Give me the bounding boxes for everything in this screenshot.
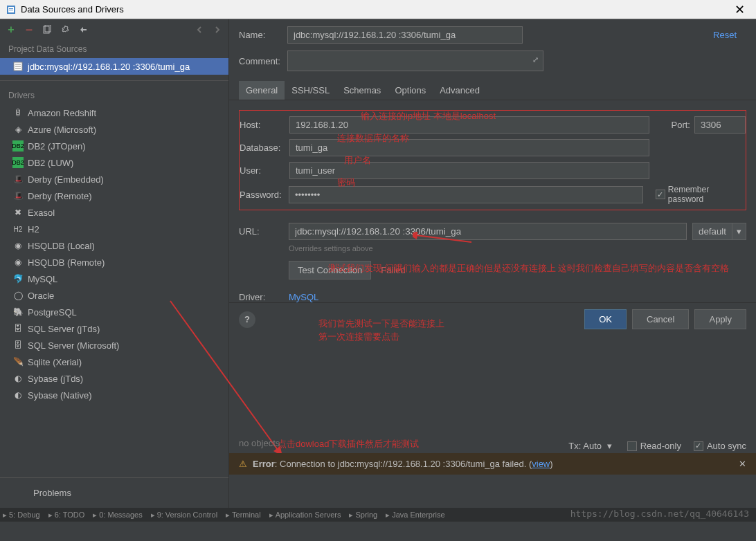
driver-link[interactable]: MySQL: [289, 292, 318, 302]
remove-icon[interactable]: −: [24, 24, 35, 35]
readonly-checkbox[interactable]: Read-only: [627, 441, 681, 451]
db-icon: ◐: [12, 373, 24, 384]
no-objects-label: no objects: [239, 438, 280, 448]
driver-item[interactable]: 🗄SQL Server (Microsoft): [0, 337, 228, 354]
statusbar-item[interactable]: ▸ Terminal: [226, 511, 261, 520]
port-input[interactable]: [694, 116, 746, 134]
tx-label: Tx: Auto ▾: [568, 441, 614, 451]
data-source-label: jdbc:mysql://192.168.1.20 :3306/tumi_ga: [28, 62, 190, 72]
watermark: https://blog.csdn.net/qq_40646143: [570, 508, 749, 519]
ok-button[interactable]: OK: [584, 309, 627, 329]
db-icon: 🎩: [12, 190, 24, 201]
db-icon: 🛢: [12, 107, 24, 118]
driver-item[interactable]: ◉HSQLDB (Local): [0, 237, 228, 254]
tab-advanced[interactable]: Advanced: [433, 81, 487, 100]
chevron-down-icon[interactable]: ▾: [604, 441, 615, 451]
driver-item[interactable]: H2H2: [0, 221, 228, 237]
tabs: General SSH/SSL Schemas Options Advanced: [229, 81, 756, 100]
chevron-down-icon[interactable]: ▾: [732, 223, 746, 240]
checkbox-checked-icon: ✓: [694, 441, 703, 451]
tab-ssh-ssl[interactable]: SSH/SSL: [285, 81, 336, 100]
statusbar-item[interactable]: ▸ 9: Version Control: [151, 511, 217, 520]
statusbar-item[interactable]: ▸ Java Enterprise: [386, 511, 444, 520]
statusbar-item[interactable]: ▸ Application Servers: [269, 511, 341, 520]
url-mode-button[interactable]: default: [692, 223, 732, 240]
titlebar: Data Sources and Drivers ✕: [0, 0, 756, 19]
driver-item[interactable]: ◐Sybase (Native): [0, 387, 228, 403]
copy-icon[interactable]: [42, 24, 53, 35]
db-icon: ✖: [12, 207, 24, 218]
driver-item[interactable]: DB2DB2 (JTOpen): [0, 138, 228, 154]
nav-back-icon[interactable]: [194, 24, 205, 35]
close-icon[interactable]: ✕: [739, 459, 746, 469]
autosync-checkbox[interactable]: ✓Auto sync: [694, 441, 746, 451]
driver-item[interactable]: 🐘PostgreSQL: [0, 304, 228, 320]
driver-item[interactable]: ◐Sybase (jTds): [0, 370, 228, 387]
drivers-tree: 🛢Amazon Redshift ◈Azure (Microsoft) DB2D…: [0, 104, 228, 403]
driver-item[interactable]: 🪶Sqlite (Xerial): [0, 354, 228, 370]
password-input[interactable]: [289, 186, 643, 203]
help-icon[interactable]: ?: [239, 311, 255, 328]
problems-item[interactable]: Problems: [0, 477, 228, 508]
db-icon: ◈: [12, 124, 24, 135]
datasource-icon: [12, 61, 24, 72]
db-icon: DB2: [12, 157, 24, 168]
remember-password[interactable]: ✓ Remember password: [656, 185, 746, 204]
sources-tree: jdbc:mysql://192.168.1.20 :3306/tumi_ga: [0, 58, 228, 75]
name-input[interactable]: [287, 26, 523, 44]
apply-button[interactable]: Apply: [694, 309, 746, 329]
user-row: User:: [240, 159, 746, 182]
content-area: Name: Reset Comment: ⤢ General SSH/SSL S…: [229, 19, 756, 508]
dialog-buttons: ? OK Cancel Apply: [229, 302, 756, 336]
driver-item[interactable]: ◯Oracle: [0, 287, 228, 304]
settings-icon[interactable]: [60, 24, 71, 35]
import-icon[interactable]: [78, 24, 89, 35]
driver-item[interactable]: 🗄SQL Server (jTds): [0, 320, 228, 337]
db-icon: 🎩: [12, 174, 24, 185]
db-icon: 🐘: [12, 306, 24, 318]
test-status: Failed: [381, 265, 405, 275]
nav-forward-icon[interactable]: [212, 24, 223, 35]
test-connection-button[interactable]: Test Connection: [289, 261, 371, 279]
driver-item[interactable]: ✖Exasol: [0, 204, 228, 221]
tab-general[interactable]: General: [239, 81, 285, 100]
checkbox-checked-icon: ✓: [656, 190, 665, 199]
app-icon: [6, 4, 17, 15]
tab-options[interactable]: Options: [388, 81, 433, 100]
test-row: Test Connection Failed: [239, 253, 746, 279]
statusbar-item[interactable]: ▸ 0: Messages: [93, 511, 142, 520]
driver-item[interactable]: 🛢Amazon Redshift: [0, 104, 228, 121]
driver-item[interactable]: DB2DB2 (LUW): [0, 154, 228, 171]
host-input[interactable]: [289, 116, 649, 134]
driver-item[interactable]: 🎩Derby (Embedded): [0, 171, 228, 187]
override-text: Overrides settings above: [239, 244, 746, 253]
database-input[interactable]: [289, 139, 649, 156]
comment-input[interactable]: ⤢: [287, 51, 543, 71]
expand-icon[interactable]: ⤢: [532, 55, 539, 64]
statusbar-item[interactable]: ▸ Spring: [349, 511, 377, 520]
password-label: Password:: [240, 190, 283, 200]
driver-row: Driver: MySQL: [239, 279, 746, 302]
url-mode-dropdown[interactable]: default ▾: [692, 223, 746, 240]
connection-params-box: Host: Port: Database: User: Password: [239, 110, 746, 210]
db-icon: 🪶: [12, 356, 24, 367]
reset-link[interactable]: Reset: [713, 30, 746, 40]
close-icon[interactable]: ✕: [729, 2, 750, 17]
driver-item[interactable]: 🐬MySQL: [0, 270, 228, 287]
add-icon[interactable]: +: [6, 24, 17, 35]
error-text: Error: Connection to jdbc:mysql://192.16…: [253, 459, 733, 469]
statusbar-item[interactable]: ▸ 5: Debug: [3, 511, 40, 520]
cancel-button[interactable]: Cancel: [632, 309, 689, 329]
sidebar: + − Project Data Sources jdbc:mysql://19…: [0, 19, 229, 508]
tab-schemas[interactable]: Schemas: [336, 81, 388, 100]
statusbar-item[interactable]: ▸ 6: TODO: [48, 511, 85, 520]
user-input[interactable]: [289, 162, 649, 179]
driver-item[interactable]: ◉HSQLDB (Remote): [0, 254, 228, 270]
url-input[interactable]: [289, 223, 687, 240]
driver-item[interactable]: ◈Azure (Microsoft): [0, 121, 228, 138]
data-source-item[interactable]: jdbc:mysql://192.168.1.20 :3306/tumi_ga: [0, 58, 228, 75]
view-link[interactable]: view: [532, 459, 550, 469]
driver-item[interactable]: 🎩Derby (Remote): [0, 187, 228, 204]
comment-row: Comment: ⤢: [229, 46, 756, 77]
db-icon: ◉: [12, 257, 24, 268]
